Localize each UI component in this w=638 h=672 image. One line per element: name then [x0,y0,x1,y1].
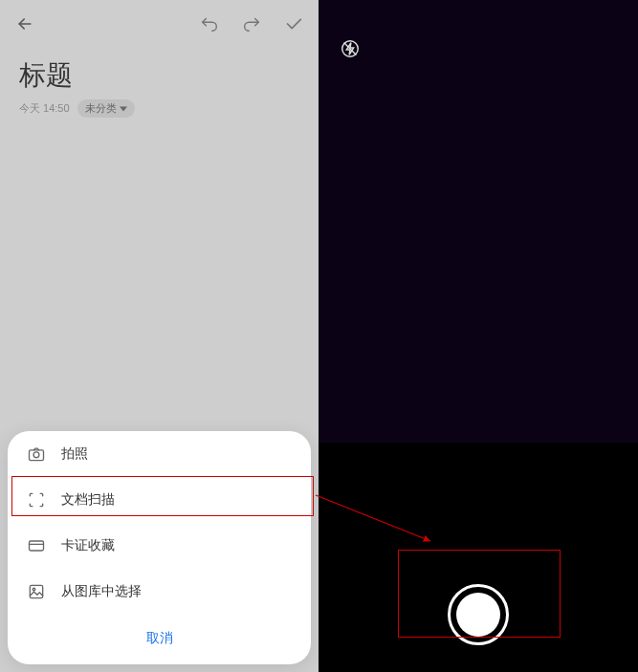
sheet-item-label: 拍照 [61,445,88,463]
sheet-item-card[interactable]: 卡证收藏 [8,523,311,569]
sheet-item-label: 从图库中选择 [61,583,142,600]
shutter-inner [456,593,500,637]
gallery-icon [27,582,46,601]
card-icon [27,536,46,555]
attach-sheet: 拍照 文档扫描 卡证收藏 从图库中选择 [8,431,311,664]
camera-scan-pane [319,0,638,672]
cancel-button[interactable]: 取消 [8,615,311,664]
undo-icon[interactable] [198,12,221,35]
sheet-item-label: 文档扫描 [61,491,115,509]
header-actions [198,12,305,35]
confirm-check-icon[interactable] [282,12,305,35]
editor-header [0,0,319,48]
note-meta: 今天 14:50 未分类 [19,99,299,118]
flash-off-icon[interactable] [340,38,361,59]
svg-point-1 [33,452,39,458]
sheet-item-label: 卡证收藏 [61,537,115,554]
title-area: 标题 今天 14:50 未分类 [0,48,319,118]
category-label: 未分类 [85,101,117,116]
sheet-item-gallery[interactable]: 从图库中选择 [8,569,311,615]
category-chip[interactable]: 未分类 [77,99,135,118]
notes-editor-pane: 标题 今天 14:50 未分类 拍照 文档扫描 [0,0,319,672]
scan-icon [27,490,46,509]
svg-rect-3 [30,585,42,597]
shutter-button[interactable] [448,584,509,645]
note-title[interactable]: 标题 [19,57,299,94]
camera-viewfinder [319,0,638,443]
svg-point-4 [33,588,35,591]
camera-icon [27,444,46,464]
sheet-item-photo[interactable]: 拍照 [8,431,311,477]
sheet-item-scan[interactable]: 文档扫描 [8,477,311,523]
redo-icon[interactable] [240,12,263,35]
back-icon[interactable] [13,12,36,35]
note-timestamp: 今天 14:50 [19,101,70,116]
svg-rect-2 [30,541,44,551]
